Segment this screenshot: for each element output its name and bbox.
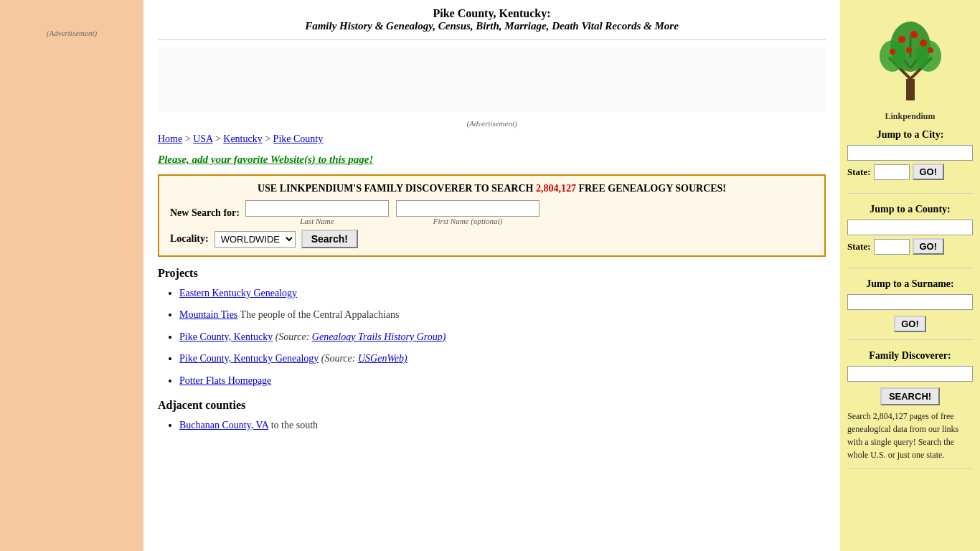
svg-point-12 [890, 49, 895, 55]
breadcrumb-county[interactable]: Pike County [273, 133, 324, 144]
jump-city-title: Jump to a City: [847, 129, 973, 141]
project-source-3: (Source: Genealogy Trails History Group) [273, 331, 446, 342]
jump-county-state-row: State: GO! [847, 238, 973, 255]
project-source-link-4[interactable]: USGenWeb) [358, 353, 407, 364]
projects-title: Projects [158, 267, 826, 280]
jump-county-state-input[interactable] [874, 239, 910, 255]
page-title-line1: Pike County, Kentucky: [158, 7, 826, 20]
jump-surname-go-button[interactable]: GO! [894, 316, 926, 332]
jump-surname-title: Jump to a Surname: [847, 278, 973, 290]
svg-point-10 [910, 31, 918, 38]
project-source-4: (Source: USGenWeb) [319, 353, 407, 364]
svg-point-13 [928, 47, 933, 53]
jump-county-input[interactable] [847, 220, 973, 235]
adjacent-counties-list: Buchanan County, VA to the south [158, 418, 826, 433]
search-count: 2,804,127 [536, 183, 576, 194]
page-header: Pike County, Kentucky: Family History & … [158, 7, 826, 32]
jump-surname-widget: Jump to a Surname: GO! [847, 278, 973, 340]
project-link-3[interactable]: Pike County, Kentucky [179, 331, 273, 342]
breadcrumb: Home > USA > Kentucky > Pike County [158, 133, 826, 145]
search-button[interactable]: Search! [301, 230, 358, 248]
project-link-1[interactable]: Eastern Kentucky Genealogy [179, 288, 297, 298]
adjacent-counties-title: Adjacent counties [158, 399, 826, 412]
breadcrumb-home[interactable]: Home [158, 133, 182, 144]
svg-rect-0 [906, 79, 915, 100]
project-desc-2: The people of the Central Appalachians [237, 309, 399, 320]
jump-city-state-input[interactable] [874, 164, 910, 180]
svg-point-8 [915, 40, 941, 72]
logo-text: Linkpendium [847, 111, 973, 122]
search-name-inputs: Last Name First Name (optional) [245, 200, 540, 225]
project-source-link-3[interactable]: Genealogy Trails History Group) [312, 331, 446, 342]
family-discoverer-title: Family Discoverer: [847, 350, 973, 362]
list-item: Buchanan County, VA to the south [179, 418, 826, 433]
jump-city-state-label: State: [847, 166, 871, 178]
jump-city-input[interactable] [847, 145, 973, 161]
jump-city-widget: Jump to a City: State: GO! [847, 129, 973, 194]
breadcrumb-usa[interactable]: USA [193, 133, 212, 144]
page-title-line2: Family History & Genealogy, Census, Birt… [158, 20, 826, 32]
svg-point-11 [920, 39, 927, 47]
last-name-label: Last Name [245, 217, 389, 225]
ad-label-top: (Advertisement) [158, 119, 826, 128]
svg-point-9 [898, 36, 905, 43]
header-divider [158, 39, 826, 40]
search-box: USE LINKPENDIUM'S FAMILY DISCOVERER TO S… [158, 174, 826, 257]
right-sidebar: Linkpendium Jump to a City: State: GO! J… [840, 0, 980, 551]
add-website-link[interactable]: Please, add your favorite Website(s) to … [158, 154, 373, 165]
jump-city-state-row: State: GO! [847, 164, 973, 180]
project-link-5[interactable]: Potter Flats Homepage [179, 375, 271, 386]
add-website-section: Please, add your favorite Website(s) to … [158, 154, 826, 166]
adjacent-county-desc-1: to the south [268, 420, 318, 430]
search-name-row: New Search for: Last Name First Name (op… [170, 200, 814, 225]
search-title-prefix: USE LINKPENDIUM'S FAMILY DISCOVERER TO S… [258, 183, 536, 194]
last-name-wrap: Last Name [245, 200, 389, 225]
project-link-4[interactable]: Pike County, Kentucky Genealogy [179, 353, 319, 364]
locality-label: Locality: [170, 233, 209, 245]
jump-county-state-label: State: [847, 241, 871, 253]
family-discoverer-desc: Search 2,804,127 pages of free genealogi… [847, 410, 973, 461]
jump-surname-input[interactable] [847, 294, 973, 310]
family-discoverer-widget: Family Discoverer: SEARCH! Search 2,804,… [847, 350, 973, 469]
breadcrumb-kentucky[interactable]: Kentucky [223, 133, 262, 144]
jump-county-go-button[interactable]: GO! [913, 238, 945, 255]
ad-banner [158, 47, 826, 112]
search-title-suffix: FREE GENEALOGY SOURCES! [576, 183, 726, 194]
list-item: Pike County, Kentucky Genealogy (Source:… [179, 351, 826, 367]
new-search-label: New Search for: [170, 207, 240, 219]
family-discoverer-input[interactable] [847, 366, 973, 382]
first-name-input[interactable] [396, 200, 540, 217]
first-name-wrap: First Name (optional) [396, 200, 540, 225]
search-title: USE LINKPENDIUM'S FAMILY DISCOVERER TO S… [170, 183, 814, 194]
last-name-input[interactable] [245, 200, 389, 217]
jump-county-title: Jump to a County: [847, 204, 973, 215]
list-item: Potter Flats Homepage [179, 373, 826, 389]
linkpendium-logo [875, 14, 946, 108]
first-name-label: First Name (optional) [396, 217, 540, 225]
locality-select[interactable]: WORLDWIDE USA Kentucky [215, 231, 296, 248]
main-content: Pike County, Kentucky: Family History & … [143, 0, 840, 551]
left-sidebar: (Advertisement) [0, 0, 143, 551]
list-item: Mountain Ties The people of the Central … [179, 307, 826, 323]
list-item: Pike County, Kentucky (Source: Genealogy… [179, 329, 826, 345]
svg-point-14 [906, 47, 912, 53]
jump-county-widget: Jump to a County: State: GO! [847, 204, 973, 268]
logo-area: Linkpendium [847, 7, 973, 129]
locality-row: Locality: WORLDWIDE USA Kentucky Search! [170, 230, 814, 248]
family-discoverer-search-button[interactable]: SEARCH! [880, 387, 940, 405]
left-ad-label: (Advertisement) [7, 29, 136, 37]
list-item: Eastern Kentucky Genealogy [179, 286, 826, 301]
project-link-2[interactable]: Mountain Ties [179, 309, 237, 320]
projects-list: Eastern Kentucky Genealogy Mountain Ties… [158, 286, 826, 389]
jump-city-go-button[interactable]: GO! [913, 164, 945, 180]
adjacent-county-link-1[interactable]: Buchanan County, VA [179, 420, 268, 430]
svg-point-7 [880, 40, 905, 72]
